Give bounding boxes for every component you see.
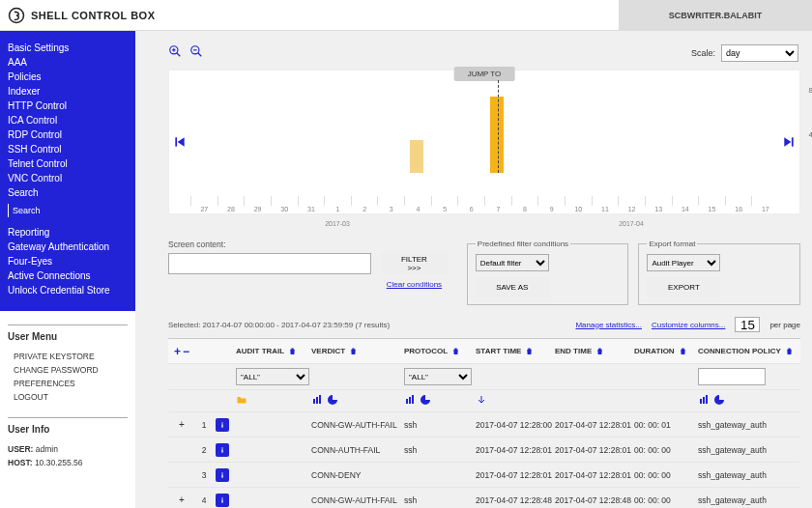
nav-gateway-auth[interactable]: Gateway Authentication [8, 240, 128, 254]
predefined-select[interactable]: Default filter [476, 254, 549, 271]
scale-select[interactable]: day [721, 44, 798, 62]
remove-col-audit-icon[interactable] [288, 347, 297, 355]
nav-four-eyes[interactable]: Four-Eyes [8, 254, 128, 268]
scale-label: Scale: [691, 48, 715, 58]
cell-start: 2017-04-07 12:28:00 [476, 420, 555, 430]
bar-4[interactable] [410, 140, 423, 173]
cell-dur: 00: 00: 01 [634, 420, 694, 430]
header-user[interactable]: SCBWRITER.BALABIT [619, 0, 812, 31]
user-label: USER: [8, 444, 33, 454]
collapse-all-icon[interactable]: − [183, 345, 189, 358]
tick-12: 12 [618, 196, 645, 206]
main-nav: Basic Settings AAA Policies Indexer HTTP… [0, 31, 135, 311]
th-end[interactable]: END TIME [555, 347, 592, 355]
svg-rect-27 [221, 499, 222, 502]
main-content: Scale: day JUMP TO 8 4 27282930311234567… [135, 31, 812, 508]
saveas-button[interactable]: SAVE AS [476, 277, 549, 296]
screen-content-input[interactable] [168, 253, 371, 274]
arrow-down-icon[interactable] [476, 394, 487, 406]
nav-http[interactable]: HTTP Control [8, 99, 128, 113]
um-prefs[interactable]: PREFERENCES [8, 377, 128, 390]
zoom-out-icon[interactable] [189, 44, 203, 58]
cell-dur: 00: 00: 00 [634, 445, 694, 455]
info-icon[interactable] [216, 418, 229, 432]
bar-icon[interactable] [311, 394, 323, 406]
folder-icon[interactable] [236, 394, 247, 406]
zoom-in-icon[interactable] [168, 44, 182, 58]
export-button[interactable]: EXPORT [647, 277, 720, 296]
clear-conditions-link[interactable]: Clear conditions [387, 280, 442, 289]
th-protocol[interactable]: PROTOCOL [404, 347, 448, 355]
cell-verdict: CONN-AUTH-FAIL [311, 445, 404, 455]
nav-search[interactable]: Search [8, 185, 128, 200]
table-row: +4CONN-GW-AUTH-FAILssh2017-04-07 12:28:4… [168, 488, 800, 508]
nav-active-conn[interactable]: Active Connections [8, 268, 128, 283]
nav-indexer[interactable]: Indexer [8, 84, 128, 99]
um-password[interactable]: CHANGE PASSWORD [8, 363, 128, 377]
th-pol[interactable]: CONNECTION POLICY [698, 347, 781, 355]
pie-icon-2[interactable] [420, 394, 431, 406]
filter-audit-select[interactable]: "ALL" [236, 368, 309, 385]
timeline-chart: JUMP TO 8 4 2728293031123456789101112131… [168, 70, 800, 214]
expand-row-icon[interactable]: + [176, 419, 188, 430]
svg-rect-15 [412, 395, 414, 404]
um-logout[interactable]: LOGOUT [8, 390, 128, 404]
pie-icon[interactable] [327, 394, 338, 406]
chart-prev-icon[interactable] [173, 135, 187, 149]
remove-col-start-icon[interactable] [525, 347, 534, 355]
svg-rect-23 [221, 449, 222, 452]
cell-pol: ssh_gateway_auth [694, 420, 800, 430]
manage-stats-link[interactable]: Manage statistics... [575, 321, 641, 329]
info-icon[interactable] [216, 443, 229, 457]
nav-policies[interactable]: Policies [8, 70, 128, 84]
chart-next-icon[interactable] [782, 135, 796, 149]
tick-7: 7 [484, 196, 511, 206]
tick-17: 17 [751, 196, 778, 206]
jump-to-button[interactable]: JUMP TO [454, 67, 515, 81]
um-keystore[interactable]: PRIVATE KEYSTORE [8, 350, 128, 363]
pie-icon-3[interactable] [713, 394, 725, 406]
perpage-input[interactable] [735, 317, 760, 332]
y-tick-4: 4 [809, 130, 812, 139]
export-select[interactable]: Audit Player [647, 254, 720, 271]
th-audit[interactable]: AUDIT TRAIL [236, 347, 284, 355]
customize-cols-link[interactable]: Customize columns... [652, 321, 725, 329]
svg-rect-19 [706, 395, 708, 404]
nav-vnc[interactable]: VNC Control [8, 171, 128, 185]
nav-ssh[interactable]: SSH Control [8, 142, 128, 156]
remove-col-dur-icon[interactable] [679, 347, 687, 355]
nav-unlock-cred[interactable]: Unlock Credential Store [8, 283, 128, 297]
nav-aaa[interactable]: AAA [8, 55, 128, 70]
th-verdict[interactable]: VERDICT [311, 347, 345, 355]
th-dur[interactable]: DURATION [634, 347, 675, 355]
tick-11: 11 [592, 196, 619, 206]
th-start[interactable]: START TIME [476, 347, 521, 355]
expand-all-icon[interactable]: + [174, 345, 181, 358]
nav-telnet[interactable]: Telnet Control [8, 156, 128, 171]
expand-row-icon[interactable]: + [176, 494, 188, 505]
info-icon[interactable] [216, 468, 229, 482]
cell-dur: 00: 00: 00 [634, 470, 694, 480]
remove-col-verdict-icon[interactable] [349, 347, 358, 355]
cell-start: 2017-04-07 12:28:48 [476, 495, 555, 505]
nav-rdp[interactable]: RDP Control [8, 127, 128, 142]
nav-basic-settings[interactable]: Basic Settings [8, 41, 128, 55]
remove-col-end-icon[interactable] [595, 347, 604, 355]
nav-reporting[interactable]: Reporting [8, 225, 128, 240]
nav-ica[interactable]: ICA Control [8, 113, 128, 127]
remove-col-pol-icon[interactable] [785, 347, 794, 355]
remove-col-proto-icon[interactable] [451, 347, 460, 355]
tick-14: 14 [672, 196, 699, 206]
tick-1: 1 [324, 196, 351, 206]
filter-proto-select[interactable]: "ALL" [404, 368, 472, 385]
tick-5: 5 [431, 196, 458, 206]
tick-29: 29 [244, 196, 271, 206]
filter-pol-input[interactable] [698, 368, 766, 385]
info-icon[interactable] [216, 494, 229, 507]
bar-icon-3[interactable] [698, 394, 710, 406]
bar-icon-2[interactable] [404, 394, 416, 406]
tick-30: 30 [271, 196, 298, 206]
nav-search-sub[interactable]: Search [8, 204, 128, 217]
cell-end: 2017-04-07 12:28:01 [555, 470, 634, 480]
filter-button[interactable]: FILTER >>> [381, 253, 448, 274]
